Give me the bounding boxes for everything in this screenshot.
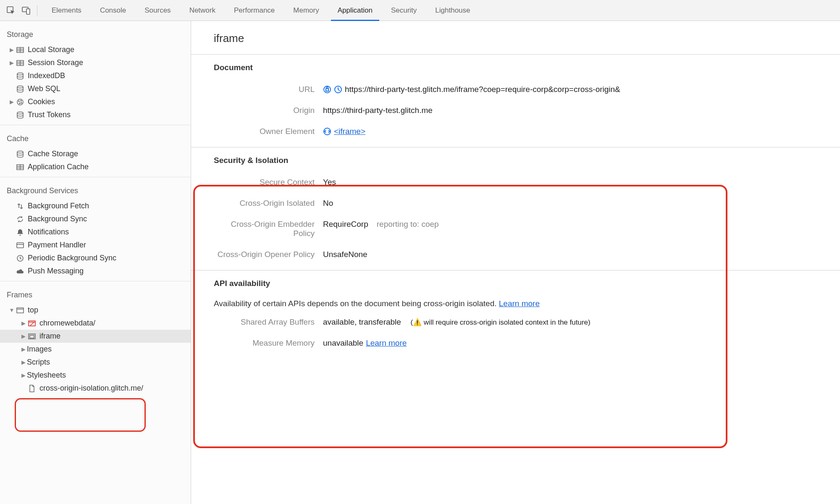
sidebar-section-bg-services: Background Services [0, 181, 191, 200]
row-secure-context: Secure ContextYes [214, 172, 840, 193]
device-toggle-icon[interactable] [20, 5, 32, 16]
chevron-down-icon: ▼ [8, 307, 15, 313]
tab-security[interactable]: Security [382, 0, 426, 21]
clock-icon [15, 255, 25, 262]
sidebar-section-cache: Cache [0, 129, 191, 147]
tab-network[interactable]: Network [180, 0, 225, 21]
api-learn-more-link[interactable]: Learn more [499, 299, 540, 308]
api-intro: Availability of certain APIs depends on … [214, 295, 840, 312]
sidebar-section-frames: Frames [0, 285, 191, 304]
owner-element-link[interactable]: <iframe> [334, 127, 365, 136]
sidebar-item-bg-sync[interactable]: Background Sync [0, 213, 191, 226]
table-icon [15, 47, 25, 53]
sidebar-item-trust-tokens[interactable]: Trust Tokens [0, 108, 191, 121]
sidebar-item-local-storage[interactable]: ▶Local Storage [0, 43, 191, 56]
row-owner-element: Owner Element <iframe> [214, 121, 840, 142]
chevron-right-icon: ▶ [20, 372, 27, 378]
sidebar-item-notifications[interactable]: Notifications [0, 226, 191, 239]
coep-reporting: reporting to: coep [377, 220, 439, 229]
sidebar-section-storage: Storage [0, 24, 191, 43]
sidebar-item-session-storage[interactable]: ▶Session Storage [0, 56, 191, 69]
svg-point-5 [17, 73, 23, 75]
database-icon [15, 72, 25, 80]
svg-point-8 [18, 101, 19, 102]
database-icon [15, 150, 25, 158]
section-security-isolation: Security & Isolation Secure ContextYes C… [191, 147, 840, 270]
svg-rect-15 [17, 243, 24, 248]
svg-point-7 [17, 99, 23, 105]
url-value: https://third-party-test.glitch.me/ifram… [345, 85, 620, 94]
svg-rect-17 [17, 308, 24, 313]
secure-badge-icon [323, 85, 331, 94]
chevron-right-icon: ▶ [20, 346, 27, 352]
chevron-right-icon: ▶ [8, 99, 15, 105]
section-heading-document: Document [214, 63, 840, 72]
tab-elements[interactable]: Elements [42, 0, 91, 21]
svg-point-13 [17, 151, 23, 153]
svg-point-6 [17, 86, 23, 88]
sidebar-item-websql[interactable]: Web SQL [0, 82, 191, 95]
svg-point-12 [17, 112, 23, 114]
window-icon [15, 307, 25, 313]
svg-point-11 [21, 102, 22, 103]
frame-detail-pane: iframe Document URL https://third-party-… [191, 21, 840, 504]
sidebar-item-payment-handler[interactable]: Payment Handler [0, 239, 191, 252]
chevron-right-icon: ▶ [20, 320, 27, 326]
row-measure-memory: Measure Memory unavailable Learn more [214, 333, 840, 354]
frame-top[interactable]: ▼top [0, 304, 191, 317]
sidebar-item-push-messaging[interactable]: Push Messaging [0, 265, 191, 278]
card-icon [15, 242, 25, 248]
svg-point-9 [21, 100, 21, 101]
row-origin: Origin https://third-party-test.glitch.m… [214, 100, 840, 121]
sidebar-item-cookies[interactable]: ▶Cookies [0, 95, 191, 108]
svg-rect-22 [326, 89, 328, 91]
svg-point-10 [19, 103, 20, 104]
frame-stylesheets[interactable]: ▶Stylesheets [0, 369, 191, 382]
table-icon [15, 60, 25, 66]
tab-performance[interactable]: Performance [225, 0, 284, 21]
frame-cross-origin-doc[interactable]: cross-origin-isolation.glitch.me/ [0, 382, 191, 395]
iframe-icon [27, 333, 37, 339]
frame-images[interactable]: ▶Images [0, 343, 191, 356]
separator [37, 5, 37, 16]
sidebar-item-periodic-sync[interactable]: Periodic Background Sync [0, 252, 191, 265]
sync-icon [15, 215, 25, 223]
database-icon [15, 85, 25, 93]
sidebar-item-indexeddb[interactable]: IndexedDB [0, 69, 191, 82]
cloud-icon [15, 268, 25, 274]
sidebar-item-cache-storage[interactable]: Cache Storage [0, 147, 191, 160]
chevron-right-icon: ▶ [20, 333, 27, 339]
application-sidebar: Storage ▶Local Storage ▶Session Storage … [0, 21, 191, 504]
frame-iframe[interactable]: ▶iframe [0, 330, 191, 343]
table-icon [15, 164, 25, 170]
row-shared-array-buffers: Shared Array Buffers available, transfer… [214, 312, 840, 333]
cookie-icon [15, 98, 25, 106]
bell-icon [15, 228, 25, 236]
chevron-right-icon: ▶ [8, 47, 15, 53]
transfer-icon [15, 202, 25, 210]
page-title: iframe [191, 21, 840, 55]
tab-memory[interactable]: Memory [284, 0, 328, 21]
frame-chromewebdata[interactable]: ▶chromewebdata/ [0, 317, 191, 330]
chevron-right-icon: ▶ [8, 60, 15, 66]
network-badge-icon [334, 85, 342, 94]
tab-sources[interactable]: Sources [135, 0, 180, 21]
sidebar-item-bg-fetch[interactable]: Background Fetch [0, 200, 191, 213]
measure-memory-learn-more-link[interactable]: Learn more [366, 339, 407, 348]
sab-warning: (⚠️ will require cross-origin isolated c… [410, 318, 590, 327]
chevron-right-icon: ▶ [20, 359, 27, 365]
inspect-icon[interactable] [5, 5, 17, 16]
svg-rect-20 [30, 335, 34, 338]
tab-console[interactable]: Console [91, 0, 135, 21]
blocked-window-icon [27, 320, 37, 326]
row-url: URL https://third-party-test.glitch.me/i… [214, 79, 840, 100]
sidebar-item-application-cache[interactable]: Application Cache [0, 160, 191, 173]
frame-scripts[interactable]: ▶Scripts [0, 356, 191, 369]
code-icon [323, 127, 331, 136]
section-document: Document URL https://third-party-test.gl… [191, 55, 840, 147]
svg-rect-18 [29, 321, 35, 326]
tab-lighthouse[interactable]: Lighthouse [426, 0, 479, 21]
origin-value: https://third-party-test.glitch.me [323, 106, 433, 115]
row-cross-origin-isolated: Cross-Origin IsolatedNo [214, 193, 840, 214]
tab-application[interactable]: Application [328, 0, 382, 21]
